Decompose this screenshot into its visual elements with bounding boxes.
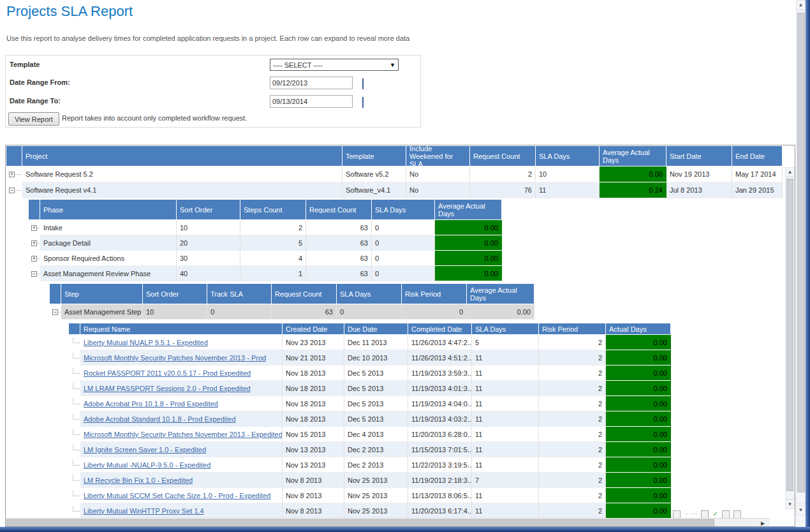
tree-cell: − bbox=[6, 182, 22, 198]
scrollbar-thumb[interactable] bbox=[797, 13, 805, 492]
table-cell: No bbox=[406, 166, 470, 182]
table-cell: Nov 15 2013 bbox=[283, 427, 344, 442]
request-link[interactable]: Adobe Acrobat Pro 10.1.8 - Prod Expedite… bbox=[84, 400, 218, 408]
table-cell: 11/19/2013 3:59:3... bbox=[408, 366, 472, 381]
date-range-from-label: Date Range From: bbox=[10, 78, 70, 86]
table-cell: Dec 10 2013 bbox=[344, 350, 408, 366]
header-cell: Track SLA bbox=[207, 284, 272, 304]
collapse-icon[interactable]: − bbox=[52, 309, 58, 315]
table-cell: 2 bbox=[539, 473, 606, 488]
table-cell: Sponsor Required Actions bbox=[40, 251, 177, 266]
request-link[interactable]: Liberty Mutual WinHTTP Proxy Set 1.4 bbox=[84, 507, 204, 515]
request-link[interactable]: Microsoft Monthly Security Patches Novem… bbox=[84, 354, 266, 362]
template-select[interactable]: ---- SELECT ---- ▼ bbox=[270, 59, 399, 71]
table-cell: Dec 4 2013 bbox=[344, 427, 408, 442]
scroll-right-button[interactable]: ▶ bbox=[757, 519, 769, 527]
scroll-up-button[interactable]: ▲ bbox=[785, 167, 795, 177]
table-row: LM LRAM PASSPORT Sessions 2.0 - Prod Exp… bbox=[69, 381, 795, 396]
projects-table: ProjectTemplateInclude Weekened for SLAR… bbox=[6, 146, 795, 198]
date-from-calendar-button[interactable] bbox=[357, 77, 369, 90]
table-cell: Nov 8 2013 bbox=[283, 488, 344, 503]
table-cell: No bbox=[406, 182, 470, 198]
table-cell: Dec 5 2013 bbox=[344, 411, 408, 427]
table-cell: 11/26/2013 4:51:2... bbox=[408, 350, 472, 366]
scrollbar-thumb[interactable] bbox=[786, 179, 793, 491]
scrollbar-track[interactable] bbox=[796, 10, 806, 504]
table-cell: 2 bbox=[539, 411, 606, 427]
request-link[interactable]: LM Recycle Bin Fix 1.0 - Expedited bbox=[84, 477, 193, 484]
table-cell: 20 bbox=[177, 235, 240, 251]
table-cell: 2 bbox=[539, 503, 606, 519]
leaf-connector-icon bbox=[73, 368, 80, 374]
header-cell: SLA Days bbox=[536, 146, 600, 166]
header-cell bbox=[6, 146, 22, 166]
table-cell: Dec 5 2013 bbox=[344, 381, 408, 396]
table-cell: 0 bbox=[337, 304, 402, 320]
request-link[interactable]: Liberty Mutual SCCM Set Cache Size 1.0 -… bbox=[84, 492, 270, 499]
table-cell: Jan 29 2015 bbox=[732, 182, 783, 198]
table-cell: 11/19/2013 4:03:2... bbox=[408, 411, 472, 427]
scroll-up-button[interactable]: ▲ bbox=[796, 0, 806, 10]
table-cell: 11/20/2013 6:28:0... bbox=[408, 427, 472, 442]
leaf-connector-icon bbox=[73, 506, 80, 512]
header-cell: SLA Days bbox=[372, 200, 435, 220]
grid-horizontal-scrollbar[interactable]: ▶ bbox=[6, 518, 770, 527]
table-cell: Rocket PASSPORT 2011 v20.0.5.17 - Prod E… bbox=[80, 366, 283, 381]
table-cell: 5 bbox=[472, 335, 539, 350]
table-cell: LM LRAM PASSPORT Sessions 2.0 - Prod Exp… bbox=[80, 381, 283, 396]
tree-cell: + bbox=[29, 235, 40, 251]
table-cell: Nov 8 2013 bbox=[283, 503, 344, 519]
request-link[interactable]: Adobe Acrobat Standard 10.1.8 - Prod Exp… bbox=[84, 415, 236, 423]
tree-cell bbox=[69, 503, 80, 519]
template-select-value: ---- SELECT ---- bbox=[273, 61, 323, 69]
collapse-icon[interactable]: − bbox=[31, 271, 37, 277]
expand-icon[interactable]: + bbox=[9, 172, 15, 177]
table-header-row: StepSort OrderTrack SLARequest CountSLA … bbox=[50, 284, 795, 304]
table-cell: LM Recycle Bin Fix 1.0 - Expedited bbox=[80, 473, 283, 488]
table-cell: 0 bbox=[372, 266, 435, 281]
expand-icon[interactable]: + bbox=[31, 240, 37, 246]
collapse-icon[interactable]: − bbox=[9, 188, 15, 193]
table-cell: Nov 19 2013 bbox=[666, 166, 732, 182]
sla-value-cell: 0.00 bbox=[606, 335, 671, 350]
date-range-from-input[interactable] bbox=[270, 77, 353, 89]
table-cell: Nov 13 2013 bbox=[283, 457, 344, 473]
request-link[interactable]: Microsoft Monthly Security Patches Novem… bbox=[84, 431, 283, 438]
expand-icon[interactable]: + bbox=[31, 256, 37, 262]
table-cell: Nov 18 2013 bbox=[283, 396, 344, 411]
table-cell: 11 bbox=[472, 381, 539, 396]
scrollbar-thumb[interactable] bbox=[6, 519, 714, 527]
header-cell: Average Actual Days bbox=[467, 284, 534, 304]
request-link[interactable]: LM Ignite Screen Saver 1.0 - Expedited bbox=[84, 446, 206, 454]
scrollbar-track[interactable] bbox=[785, 177, 795, 499]
leaf-connector-icon bbox=[73, 429, 80, 435]
scroll-down-button[interactable]: ▼ bbox=[785, 499, 795, 509]
request-link[interactable]: Liberty Mutual -NUALP-9.5.0 - Expedited bbox=[84, 461, 210, 469]
table-row: Adobe Acrobat Standard 10.1.8 - Prod Exp… bbox=[69, 411, 795, 427]
request-link[interactable]: Liberty Mutual NUALP 9.5.1 - Expedited bbox=[84, 339, 208, 346]
table-cell: Liberty Mutual -NUALP-9.5.0 - Expedited bbox=[80, 457, 283, 473]
expand-icon[interactable]: + bbox=[31, 225, 37, 231]
table-cell: Asset Management Step bbox=[61, 304, 143, 320]
view-report-button[interactable]: View Report bbox=[8, 112, 59, 126]
sla-value-cell: 0.00 bbox=[606, 381, 671, 396]
table-cell: 11/19/2013 4:01:3... bbox=[408, 381, 472, 396]
date-range-to-input[interactable] bbox=[270, 95, 353, 108]
table-row: Liberty Mutual NUALP 9.5.1 - ExpeditedNo… bbox=[69, 335, 795, 350]
scroll-down-button[interactable]: ▼ bbox=[796, 505, 806, 515]
pager-button-icon bbox=[722, 510, 730, 518]
table-row: +Software Request 5.2Software v5.2No2100… bbox=[6, 166, 795, 182]
pager-button-icon bbox=[733, 510, 741, 518]
request-link[interactable]: LM LRAM PASSPORT Sessions 2.0 - Prod Exp… bbox=[84, 385, 251, 392]
table-cell: 1 bbox=[240, 266, 306, 281]
date-to-calendar-button[interactable] bbox=[357, 96, 369, 108]
leaf-connector-icon bbox=[73, 353, 80, 358]
leaf-connector-icon bbox=[73, 475, 80, 481]
request-link[interactable]: Rocket PASSPORT 2011 v20.0.5.17 - Prod E… bbox=[84, 369, 251, 377]
table-cell: Nov 23 2013 bbox=[283, 335, 344, 350]
tree-cell bbox=[69, 457, 80, 473]
header-cell: Actual Days bbox=[606, 323, 671, 335]
table-cell: 63 bbox=[272, 304, 337, 320]
table-cell: 11 bbox=[472, 503, 539, 519]
table-cell: 10 bbox=[143, 304, 207, 320]
